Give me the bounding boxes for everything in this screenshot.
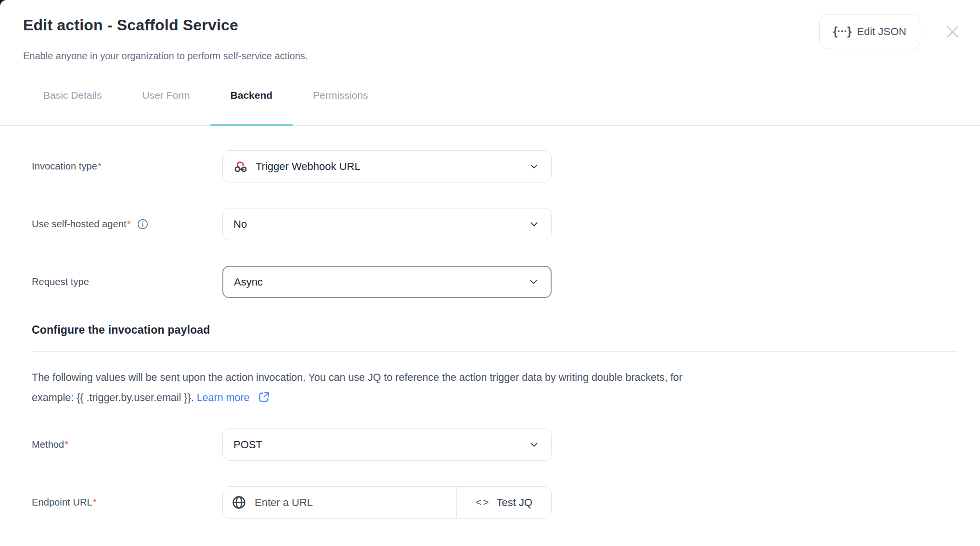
test-jq-button[interactable]: <> Test JQ: [457, 487, 551, 518]
request-type-label: Request type: [32, 276, 222, 287]
method-select[interactable]: POST: [222, 429, 552, 461]
globe-icon: [232, 495, 246, 510]
chevron-down-icon: [528, 160, 541, 173]
required-marker: *: [93, 497, 97, 507]
backend-form: Invocation type* Trigger Webhook URL: [0, 126, 980, 519]
chevron-down-icon: [528, 218, 541, 231]
endpoint-url-input-wrap: [223, 487, 457, 518]
modal-header: Edit action - Scaffold Service Enable an…: [0, 0, 980, 63]
required-marker: *: [127, 219, 131, 229]
page-title: Edit action - Scaffold Service: [23, 14, 308, 36]
invocation-type-row: Invocation type* Trigger Webhook URL: [32, 150, 957, 182]
method-value: POST: [233, 439, 520, 451]
external-link-icon[interactable]: [258, 390, 271, 410]
endpoint-url-label: Endpoint URL*: [32, 497, 222, 508]
request-type-select[interactable]: Async: [222, 266, 552, 298]
info-icon[interactable]: [137, 218, 149, 230]
tab-user-form[interactable]: User Form: [122, 89, 210, 125]
tab-bar: Basic Details User Form Backend Permissi…: [0, 89, 980, 126]
header-text: Edit action - Scaffold Service Enable an…: [23, 14, 308, 63]
tab-basic-details[interactable]: Basic Details: [23, 89, 122, 125]
code-brackets-icon: <>: [476, 496, 490, 508]
chevron-down-icon: [527, 275, 540, 288]
required-marker: *: [64, 439, 68, 450]
payload-section-heading: Configure the invocation payload: [32, 324, 957, 337]
endpoint-url-row: Endpoint URL* <> Test JQ: [32, 486, 957, 519]
payload-description-line1: The following values will be sent upon t…: [32, 367, 946, 388]
endpoint-url-input[interactable]: [254, 496, 450, 509]
payload-description: The following values will be sent upon t…: [32, 367, 946, 410]
self-hosted-agent-value: No: [233, 218, 520, 231]
section-divider: [32, 351, 957, 352]
braces-json-icon: {···}: [833, 25, 851, 38]
learn-more-link[interactable]: Learn more: [197, 392, 250, 403]
self-hosted-agent-row: Use self-hosted agent* No: [32, 208, 957, 240]
webhook-icon: [233, 159, 248, 174]
invocation-type-select[interactable]: Trigger Webhook URL: [222, 150, 552, 182]
header-actions: {···} Edit JSON: [819, 14, 964, 49]
edit-action-modal: Edit action - Scaffold Service Enable an…: [0, 0, 980, 546]
page-subtitle: Enable anyone in your organization to pe…: [23, 49, 308, 63]
invocation-type-label: Invocation type*: [32, 161, 222, 172]
payload-description-line2: example: {{ .trigger.by.user.email }}. L…: [32, 388, 946, 410]
self-hosted-agent-label: Use self-hosted agent*: [32, 218, 222, 230]
request-type-value: Async: [234, 276, 519, 288]
edit-json-button[interactable]: {···} Edit JSON: [819, 14, 920, 49]
edit-json-label: Edit JSON: [857, 26, 906, 38]
request-type-row: Request type Async: [32, 266, 957, 298]
chevron-down-icon: [528, 438, 541, 451]
method-label: Method*: [32, 439, 222, 450]
close-icon[interactable]: [941, 21, 964, 43]
endpoint-url-group: <> Test JQ: [222, 486, 552, 519]
test-jq-label: Test JQ: [496, 496, 532, 509]
invocation-type-value: Trigger Webhook URL: [256, 160, 520, 173]
tab-backend[interactable]: Backend: [210, 89, 293, 125]
method-row: Method* POST: [32, 429, 957, 461]
required-marker: *: [98, 161, 102, 171]
tab-permissions[interactable]: Permissions: [293, 89, 388, 125]
self-hosted-agent-select[interactable]: No: [222, 208, 552, 240]
